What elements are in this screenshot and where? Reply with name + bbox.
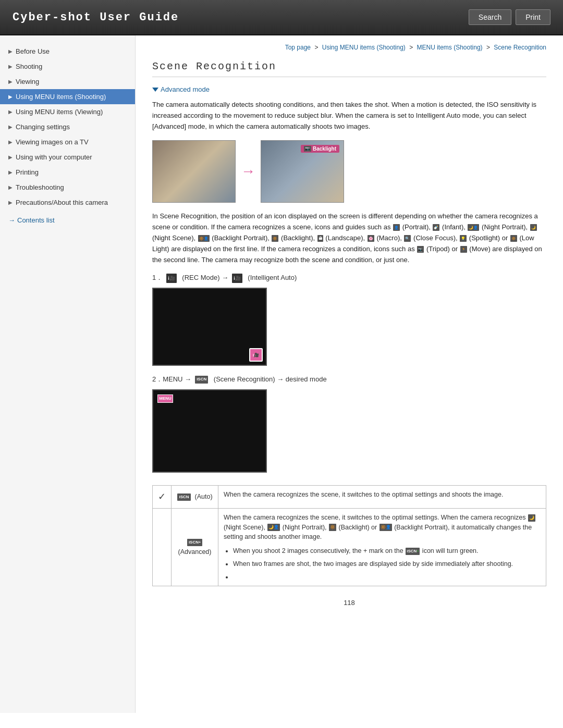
arrow-icon: ▶ — [8, 94, 13, 100]
arrow-icon: ▶ — [8, 184, 13, 190]
check-cell-advanced — [153, 508, 172, 586]
low-light-icon: 🔅 — [510, 235, 517, 242]
iscn-icon: iSCN — [195, 376, 208, 384]
step-1-text: 1． i🎥 (REC Mode) → i🎥 (Intelligent Auto) — [152, 273, 546, 283]
night-portrait-icon: 🌙👤 — [468, 224, 479, 231]
night-portrait-inline-icon: 🌙👤 — [267, 524, 280, 531]
arrow-icon: ▶ — [8, 48, 13, 54]
sidebar-item-precautions[interactable]: ▶ Precautions/About this camera — [0, 195, 135, 210]
checkmark-icon: ✓ — [158, 491, 166, 502]
page-number: 118 — [152, 599, 546, 607]
main-content: Top page > Using MENU items (Shooting) >… — [136, 35, 563, 713]
arrow-icon: ▶ — [8, 79, 13, 84]
header: Cyber-shot User Guide Search Print — [0, 0, 563, 35]
contents-list-link[interactable]: → Contents list — [0, 210, 135, 228]
sidebar-item-troubleshooting[interactable]: ▶ Troubleshooting — [0, 180, 135, 195]
arrow-right-image-icon: → — [241, 163, 255, 180]
body-text-1: The camera automatically detects shootin… — [152, 100, 546, 132]
bullet-1: When you shoot 2 images consecutively, t… — [233, 546, 541, 556]
sidebar: ▶ Before Use ▶ Shooting ▶ Viewing ▶ Usin… — [0, 35, 136, 713]
layout: ▶ Before Use ▶ Shooting ▶ Viewing ▶ Usin… — [0, 35, 563, 713]
sidebar-item-changing-settings[interactable]: ▶ Changing settings — [0, 119, 135, 134]
arrow-icon: ▶ — [8, 124, 13, 130]
macro-icon: 🌸 — [368, 235, 374, 242]
iscn-green-icon: iSCN+ — [406, 548, 420, 555]
arrow-icon: ▶ — [8, 64, 13, 69]
sidebar-item-printing[interactable]: ▶ Printing — [0, 165, 135, 180]
iscn-plus-icon: iSCN+ — [187, 539, 202, 546]
landscape-icon: 🏔 — [317, 235, 323, 242]
triangle-down-icon — [152, 88, 158, 92]
arrow-icon: ▶ — [8, 109, 13, 115]
description-cell-advanced: When the camera recognizes the scene, it… — [218, 508, 546, 586]
breadcrumb-using-menu-shooting[interactable]: Using MENU items (Shooting) — [322, 44, 406, 51]
backlight-inline-icon: 🔆 — [329, 524, 336, 531]
bullet-3 — [233, 572, 541, 582]
step-2-camera-screen: MENU — [152, 389, 267, 473]
sidebar-item-shooting[interactable]: ▶ Shooting — [0, 59, 135, 74]
backlight-badge: Backlight — [313, 146, 336, 152]
breadcrumb-top[interactable]: Top page — [285, 44, 311, 51]
check-cell-auto: ✓ — [153, 485, 172, 508]
night-scene-inline-icon: 🌙 — [528, 514, 535, 522]
move-icon: 🏃 — [460, 246, 467, 253]
sidebar-item-before-use[interactable]: ▶ Before Use — [0, 44, 135, 59]
breadcrumb: Top page > Using MENU items (Shooting) >… — [152, 44, 546, 51]
print-button[interactable]: Print — [516, 9, 550, 25]
mode-cell-auto: iSCN (Auto) — [172, 485, 218, 508]
arrow-icon: ▶ — [8, 154, 13, 160]
table-row-advanced: iSCN+ (Advanced) When the camera recogni… — [153, 508, 546, 586]
portrait-icon: 👤 — [393, 224, 400, 231]
backlight-portrait-icon: 🔆👤 — [198, 235, 210, 242]
spotlight-icon: 💡 — [460, 235, 467, 242]
mode-cell-advanced: iSCN+ (Advanced) — [172, 508, 218, 586]
intelligent-auto-icon: i🎥 — [232, 274, 242, 283]
iscn-auto-icon: iSCN — [177, 493, 190, 501]
info-table: ✓ iSCN (Auto) When the camera recognizes… — [152, 485, 546, 587]
sidebar-item-viewing[interactable]: ▶ Viewing — [0, 74, 135, 89]
arrow-icon: ▶ — [8, 139, 13, 145]
step-1-camera-screen: i🎥 — [152, 288, 267, 366]
step-1-screen-inner: i🎥 — [153, 289, 266, 365]
page-title: Scene Recognition — [152, 60, 546, 77]
sidebar-item-using-computer[interactable]: ▶ Using with your computer — [0, 150, 135, 165]
step-2-menu-badge: MENU — [157, 394, 173, 403]
body-text-2: In Scene Recognition, the position of an… — [152, 211, 546, 265]
backlight-image-section: → 📷 Backlight — [152, 140, 546, 203]
bullet-2: When two frames are shot, the two images… — [233, 559, 541, 569]
header-buttons: Search Print — [469, 9, 550, 25]
night-scene-icon: 🌙 — [530, 224, 537, 231]
infant-icon: 🍼 — [433, 224, 439, 231]
arrow-right-icon: → — [8, 216, 15, 224]
backlight-portrait-inline-icon: 🔆👤 — [380, 524, 392, 531]
sidebar-item-using-menu-viewing[interactable]: ▶ Using MENU items (Viewing) — [0, 104, 135, 119]
backlight-icon: 🔆 — [272, 235, 278, 242]
sidebar-item-viewing-tv[interactable]: ▶ Viewing images on a TV — [0, 134, 135, 150]
arrow-icon: ▶ — [8, 169, 13, 175]
breadcrumb-menu-items[interactable]: MENU items (Shooting) — [417, 44, 483, 51]
table-row-auto: ✓ iSCN (Auto) When the camera recognizes… — [153, 485, 546, 508]
step-1-camera-badge: i🎥 — [249, 348, 263, 362]
tripod-icon: 📷 — [417, 246, 424, 253]
sidebar-item-using-menu-shooting[interactable]: ▶ Using MENU items (Shooting) — [0, 89, 135, 104]
breadcrumb-scene-recognition[interactable]: Scene Recognition — [494, 44, 546, 51]
clock-image-before — [152, 140, 236, 203]
app-title: Cyber-shot User Guide — [13, 11, 179, 24]
advanced-mode-link[interactable]: Advanced mode — [152, 85, 546, 93]
clock-image-after: 📷 Backlight — [261, 140, 344, 203]
search-button[interactable]: Search — [469, 9, 511, 25]
rec-mode-icon: i🎥 — [166, 274, 177, 283]
description-cell-auto: When the camera recognizes the scene, it… — [218, 485, 546, 508]
arrow-icon: ▶ — [8, 200, 13, 205]
close-focus-icon: 🔍 — [404, 235, 411, 242]
step-2-text: 2．MENU → iSCN (Scene Recognition) → desi… — [152, 374, 546, 385]
